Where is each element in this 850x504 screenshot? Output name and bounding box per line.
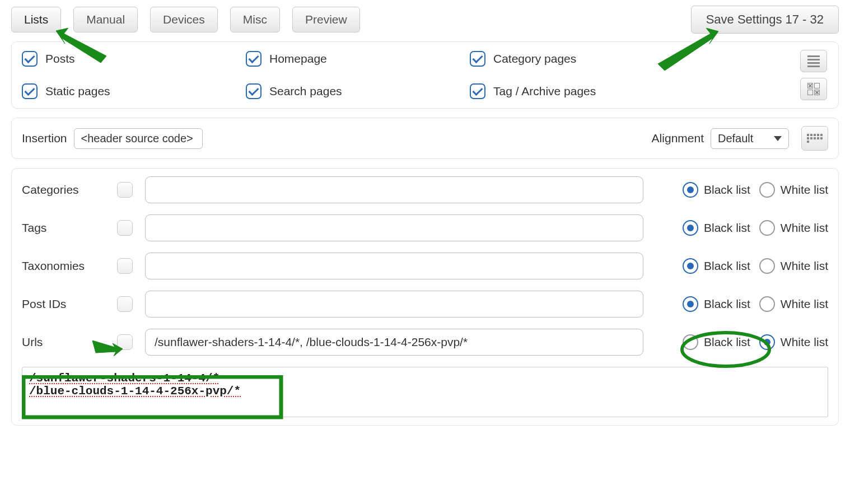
radio-black[interactable] <box>683 182 698 198</box>
checkbox-label: Static pages <box>45 85 110 98</box>
expand-toggle[interactable] <box>117 220 133 236</box>
tab-misc[interactable]: Misc <box>230 7 280 32</box>
row-urls: Urls Black list White list <box>22 329 828 356</box>
tab-lists[interactable]: Lists <box>11 7 61 32</box>
insertion-select[interactable]: <header source code> <box>74 128 203 149</box>
lists-panel: Categories Black list White list Tags Bl… <box>11 168 839 426</box>
alignment-label: Alignment <box>652 132 704 145</box>
checkbox-static[interactable] <box>22 83 38 99</box>
radio-white[interactable] <box>759 296 775 312</box>
radio-white[interactable] <box>759 182 775 198</box>
insertion-label: Insertion <box>22 132 67 145</box>
checkbox-label: Tag / Archive pages <box>493 85 596 98</box>
checkbox-label: Category pages <box>493 52 576 66</box>
categories-input[interactable] <box>145 176 643 203</box>
expand-toggle[interactable] <box>117 334 133 350</box>
expand-toggle[interactable] <box>117 182 133 198</box>
insertion-panel: Insertion <header source code> Alignment… <box>11 118 839 159</box>
row-tags: Tags Black list White list <box>22 214 828 241</box>
save-settings-button[interactable]: Save Settings 17 - 32 <box>691 6 839 34</box>
taxonomies-input[interactable] <box>145 253 643 279</box>
list-view-icon[interactable] <box>800 50 827 72</box>
tab-preview[interactable]: Preview <box>292 7 360 32</box>
checkbox-tag[interactable] <box>470 83 485 99</box>
radio-black[interactable] <box>683 334 698 350</box>
urls-input[interactable] <box>145 329 643 356</box>
urls-expanded-textarea[interactable]: /sunflawer-shaders-1-14-4/* /blue-clouds… <box>22 367 828 417</box>
radio-white[interactable] <box>759 334 775 350</box>
row-categories: Categories Black list White list <box>22 176 828 203</box>
checkbox-label: Homepage <box>269 52 327 66</box>
row-taxonomies: Taxonomies Black list White list <box>22 253 828 279</box>
checkbox-homepage[interactable] <box>246 51 261 67</box>
checkbox-posts[interactable] <box>22 51 38 67</box>
radio-black[interactable] <box>683 296 698 312</box>
tab-devices[interactable]: Devices <box>150 7 218 32</box>
expand-toggle[interactable] <box>117 258 133 274</box>
checkbox-search[interactable] <box>246 83 261 99</box>
radio-black[interactable] <box>683 258 698 274</box>
radio-black[interactable] <box>683 220 698 236</box>
radio-white[interactable] <box>759 258 775 274</box>
postids-input[interactable] <box>145 291 643 318</box>
alignment-select[interactable]: Default <box>711 128 789 149</box>
checkbox-category[interactable] <box>470 51 485 67</box>
row-postids: Post IDs Black list White list <box>22 291 828 318</box>
keyboard-icon[interactable] <box>801 126 828 151</box>
expand-toggle[interactable] <box>117 296 133 312</box>
page-types-panel: Posts Homepage Category pages Static pag… <box>11 41 839 109</box>
checkbox-label: Posts <box>45 52 75 66</box>
checkbox-label: Search pages <box>269 85 342 98</box>
tags-input[interactable] <box>145 214 643 241</box>
tab-manual[interactable]: Manual <box>73 7 138 32</box>
chevron-down-icon <box>774 136 782 141</box>
radio-white[interactable] <box>759 220 775 236</box>
grid-view-icon[interactable] <box>800 78 827 100</box>
